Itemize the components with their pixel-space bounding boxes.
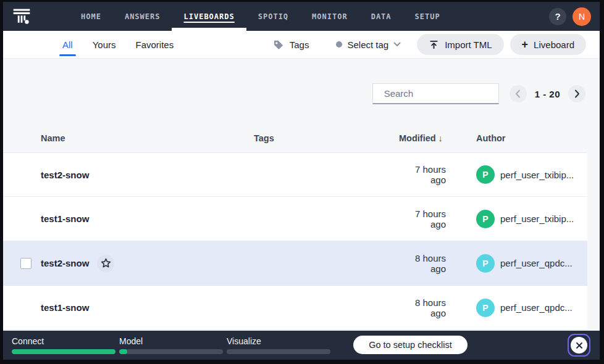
star-icon bbox=[101, 258, 111, 268]
main-content: 1 - 20 Name Tags Modified↓ Author test2-… bbox=[3, 59, 600, 331]
list-toolbar: 1 - 20 bbox=[3, 83, 600, 104]
author-name: perf_user_txibip... bbox=[500, 213, 574, 224]
author-avatar: P bbox=[476, 299, 495, 317]
table-row[interactable]: test2-snow 7 hours ago P perf_user_txibi… bbox=[3, 152, 587, 197]
row-modified: 7 hours ago bbox=[399, 209, 476, 230]
author-name: perf_user_qpdc... bbox=[500, 258, 573, 268]
close-icon bbox=[571, 337, 587, 354]
step-connect: Connect bbox=[12, 336, 115, 354]
row-modified: 8 hours ago bbox=[399, 297, 476, 318]
header-name[interactable]: Name bbox=[41, 133, 254, 143]
select-tag-label: Select tag bbox=[347, 39, 388, 50]
search-input[interactable] bbox=[384, 88, 507, 99]
row-author: P perf_user_qpdc... bbox=[476, 254, 587, 273]
progress-fill bbox=[12, 349, 115, 354]
row-checkbox[interactable] bbox=[20, 258, 31, 269]
import-tml-label: Import TML bbox=[445, 39, 492, 50]
step-model-label: Model bbox=[119, 336, 223, 346]
nav-item-data[interactable]: DATA bbox=[359, 2, 403, 31]
tag-color-dot bbox=[336, 41, 342, 48]
author-name: perf_user_qpdc... bbox=[500, 302, 573, 313]
table-row[interactable]: test1-snow 7 hours ago P perf_user_txibi… bbox=[3, 197, 587, 241]
nav-item-monitor[interactable]: MONITOR bbox=[300, 2, 359, 31]
close-checklist-button[interactable] bbox=[568, 334, 590, 357]
thoughtspot-logo-icon bbox=[12, 7, 31, 27]
step-visualize: Visualize bbox=[227, 336, 330, 354]
favorite-star-button[interactable] bbox=[97, 255, 114, 272]
tab-all[interactable]: All bbox=[62, 31, 73, 58]
plus-icon: + bbox=[522, 39, 529, 50]
step-connect-label: Connect bbox=[12, 336, 115, 346]
thoughtspot-logo[interactable] bbox=[11, 6, 32, 27]
author-avatar: P bbox=[476, 254, 495, 273]
import-tml-button[interactable]: Import TML bbox=[417, 34, 503, 55]
go-to-setup-checklist-button[interactable]: Go to setup checklist bbox=[353, 336, 468, 354]
prev-page-button[interactable] bbox=[510, 85, 527, 102]
chevron-right-icon bbox=[574, 89, 580, 98]
nav-item-setup[interactable]: SETUP bbox=[403, 2, 452, 31]
checklist-steps: Connect Model Visualize bbox=[12, 336, 330, 354]
chevron-down-icon bbox=[393, 42, 401, 47]
nav-right-group: ? N bbox=[549, 7, 591, 26]
row-author: P perf_user_qpdc... bbox=[476, 299, 587, 317]
author-avatar: P bbox=[476, 165, 495, 184]
user-avatar[interactable]: N bbox=[573, 7, 591, 26]
header-tags[interactable]: Tags bbox=[254, 133, 399, 143]
search-box bbox=[372, 83, 499, 104]
new-liveboard-label: Liveboard bbox=[534, 39, 574, 50]
step-visualize-label: Visualize bbox=[227, 336, 330, 346]
list-tabs: All Yours Favorites bbox=[62, 31, 174, 58]
pagination: 1 - 20 bbox=[510, 85, 585, 102]
liveboard-name: test1-snow bbox=[41, 213, 89, 224]
step-connect-progress bbox=[12, 349, 115, 354]
help-button[interactable]: ? bbox=[549, 8, 566, 25]
import-icon bbox=[429, 39, 439, 50]
nav-item-spotiq[interactable]: SPOTIQ bbox=[246, 2, 300, 31]
nav-item-liveboards[interactable]: LIVEBOARDS bbox=[172, 2, 246, 31]
liveboard-list: test2-snow 7 hours ago P perf_user_txibi… bbox=[3, 152, 587, 330]
select-tag-dropdown[interactable]: Select tag bbox=[336, 39, 401, 50]
table-header: Name Tags Modified↓ Author bbox=[3, 124, 587, 152]
nav-items: HOME ANSWERS LIVEBOARDS SPOTIQ MONITOR D… bbox=[69, 2, 452, 31]
author-avatar: P bbox=[476, 210, 495, 228]
row-modified: 7 hours ago bbox=[399, 164, 476, 185]
tab-yours[interactable]: Yours bbox=[93, 31, 116, 58]
tab-favorites[interactable]: Favorites bbox=[135, 31, 174, 58]
liveboard-name: test1-snow bbox=[41, 302, 89, 313]
step-model-progress bbox=[119, 349, 223, 354]
tags-filter[interactable]: Tags bbox=[272, 39, 309, 51]
progress-fill bbox=[119, 349, 127, 354]
chevron-left-icon bbox=[515, 89, 521, 98]
header-modified[interactable]: Modified↓ bbox=[399, 133, 476, 143]
liveboard-name: test2-snow bbox=[41, 258, 89, 268]
avatar-initial: N bbox=[579, 12, 585, 22]
help-icon: ? bbox=[555, 11, 560, 22]
filter-bar: All Yours Favorites Tags Select tag bbox=[3, 31, 600, 59]
page-range: 1 - 20 bbox=[535, 89, 560, 99]
setup-checklist-bar: Connect Model Visualize Go to setup chec… bbox=[3, 331, 600, 360]
next-page-button[interactable] bbox=[568, 85, 585, 102]
step-visualize-progress bbox=[227, 349, 330, 354]
row-author: P perf_user_txibip... bbox=[476, 210, 587, 228]
author-name: perf_user_txibip... bbox=[500, 170, 574, 180]
nav-item-home[interactable]: HOME bbox=[69, 2, 113, 31]
step-model: Model bbox=[119, 336, 223, 354]
app-window: HOME ANSWERS LIVEBOARDS SPOTIQ MONITOR D… bbox=[3, 2, 600, 360]
filter-bar-right: Tags Select tag Import TML + Liveboar bbox=[272, 34, 586, 55]
table-row-selected[interactable]: test2-snow 8 hours ago P perf_user_qpdc.… bbox=[3, 241, 587, 286]
sort-desc-icon: ↓ bbox=[438, 133, 443, 143]
liveboard-name: test2-snow bbox=[41, 170, 89, 180]
header-author[interactable]: Author bbox=[476, 133, 587, 143]
nav-item-answers[interactable]: ANSWERS bbox=[113, 2, 172, 31]
row-modified: 8 hours ago bbox=[399, 253, 476, 274]
table-row[interactable]: test1-snow 8 hours ago P perf_user_qpdc.… bbox=[3, 286, 587, 330]
row-author: P perf_user_txibip... bbox=[476, 165, 587, 184]
tags-label: Tags bbox=[290, 39, 309, 50]
top-nav: HOME ANSWERS LIVEBOARDS SPOTIQ MONITOR D… bbox=[3, 2, 600, 31]
tag-icon bbox=[272, 39, 284, 51]
new-liveboard-button[interactable]: + Liveboard bbox=[510, 34, 586, 55]
